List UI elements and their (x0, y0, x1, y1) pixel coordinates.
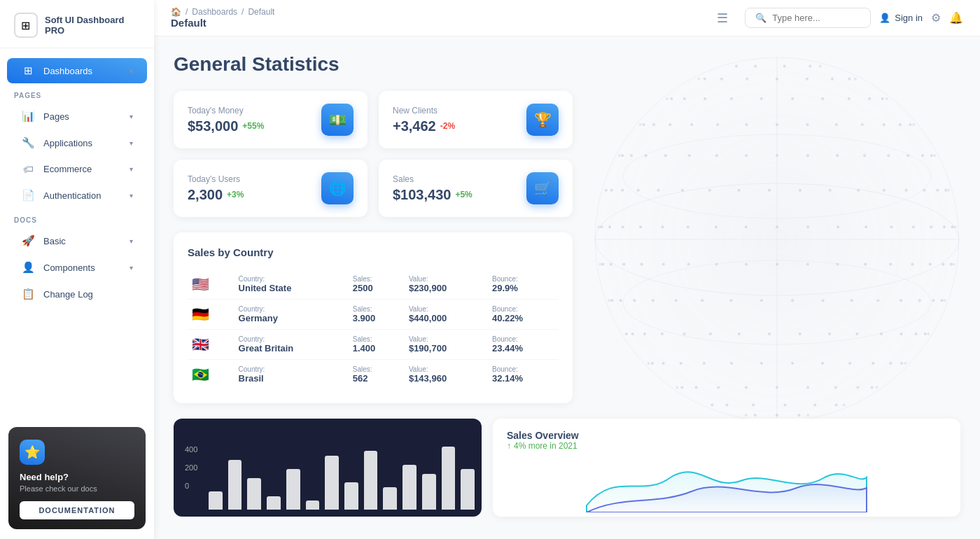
svg-point-335 (704, 78, 706, 80)
svg-point-268 (715, 154, 718, 157)
money-amount: $53,000 (188, 118, 238, 134)
svg-point-215 (905, 189, 908, 192)
svg-point-67 (760, 362, 763, 365)
svg-point-101 (880, 332, 883, 335)
svg-point-88 (631, 332, 634, 335)
country-col-label: Country: (239, 305, 344, 313)
svg-point-202 (776, 225, 778, 228)
svg-point-296 (690, 123, 693, 126)
value-col-label: Value: (409, 305, 484, 313)
svg-point-341 (806, 78, 808, 80)
stat-info-users: Today's Users 2,300 +3% (188, 174, 244, 203)
svg-point-43 (776, 386, 778, 388)
overview-subtitle-text: 4% more in 2021 (514, 441, 578, 451)
svg-point-159 (610, 263, 612, 266)
bell-icon[interactable]: 🔔 (949, 11, 963, 24)
svg-point-56 (730, 362, 733, 365)
svg-point-316 (670, 97, 673, 100)
svg-point-172 (929, 263, 932, 266)
svg-point-283 (835, 123, 838, 126)
svg-point-39 (680, 386, 683, 388)
svg-point-55 (760, 362, 763, 365)
svg-point-295 (668, 123, 671, 126)
svg-point-294 (652, 123, 655, 126)
search-input[interactable] (772, 13, 856, 23)
svg-point-201 (745, 225, 748, 228)
svg-point-298 (746, 123, 748, 126)
svg-point-140 (950, 263, 953, 266)
globe-decoration (574, 36, 980, 442)
search-box[interactable]: 🔍 (745, 8, 871, 28)
sidebar-item-label: Basic (43, 236, 121, 246)
documentation-button[interactable]: DOCUMENTATION (20, 501, 134, 519)
svg-point-217 (857, 189, 860, 192)
country-name: Brasil (239, 373, 264, 384)
svg-point-286 (746, 123, 748, 126)
svg-point-235 (708, 189, 711, 192)
svg-point-98 (799, 332, 802, 335)
svg-point-279 (909, 123, 911, 126)
svg-point-305 (909, 123, 911, 126)
sidebar-item-ecommerce[interactable]: 🏷 Ecommerce ▾ (7, 157, 147, 181)
svg-point-269 (745, 154, 748, 157)
pages-icon: 📊 (21, 110, 35, 122)
svg-point-315 (683, 97, 686, 100)
svg-point-243 (923, 189, 925, 192)
sidebar-item-dashboards[interactable]: ⊞ Dashboards ▾ (7, 58, 147, 83)
sidebar-item-basic[interactable]: 🚀 Basic ▾ (7, 228, 147, 253)
svg-point-306 (886, 97, 888, 100)
bar (228, 460, 242, 510)
bounce-cell: Bounce: 32.14% (488, 360, 559, 390)
svg-point-68 (791, 362, 794, 365)
svg-point-87 (643, 332, 646, 335)
wave-chart (507, 456, 946, 512)
svg-point-339 (746, 78, 748, 80)
country-col-label: Country: (239, 365, 344, 373)
svg-point-238 (799, 189, 802, 192)
svg-point-198 (662, 225, 664, 228)
svg-point-23 (726, 403, 729, 406)
svg-point-281 (883, 123, 886, 126)
sidebar-item-changelog[interactable]: 📋 Change Log (7, 281, 147, 307)
svg-point-63 (662, 362, 665, 365)
svg-point-249 (906, 154, 909, 157)
bounce-col-label: Bounce: (492, 365, 554, 373)
sidebar-item-pages[interactable]: 📊 Pages ▾ (7, 104, 147, 129)
svg-point-109 (899, 299, 902, 302)
svg-point-69 (821, 362, 824, 365)
svg-point-207 (912, 225, 915, 228)
bar (383, 487, 397, 510)
svg-point-61 (648, 362, 650, 365)
svg-point-200 (715, 225, 718, 228)
sidebar-item-label: Components (43, 262, 121, 273)
svg-point-336 (697, 78, 700, 80)
settings-icon[interactable]: ⚙ (931, 11, 941, 24)
hamburger-icon[interactable]: ☰ (717, 10, 728, 26)
svg-point-24 (752, 403, 755, 406)
flag-cell: 🇧🇷 (188, 360, 234, 390)
svg-point-66 (730, 362, 733, 365)
svg-point-254 (776, 154, 778, 157)
svg-point-310 (821, 97, 824, 100)
svg-point-242 (905, 189, 908, 192)
svg-point-223 (681, 189, 684, 192)
svg-point-22 (710, 403, 713, 406)
svg-point-54 (791, 362, 794, 365)
svg-point-284 (806, 123, 809, 126)
stats-row: Today's Money $53,000 +55% 💵 New Clients… (174, 91, 573, 217)
svg-point-169 (864, 263, 867, 266)
svg-point-264 (630, 154, 633, 157)
sidebar-item-applications[interactable]: 🔧 Applications ▾ (7, 130, 147, 155)
sidebar-item-authentication[interactable]: 📄 Authentication ▾ (7, 183, 147, 208)
stat-value-users: 2,300 +3% (188, 187, 244, 203)
svg-point-271 (806, 154, 809, 157)
svg-point-192 (601, 225, 603, 228)
svg-point-121 (611, 299, 614, 302)
svg-point-208 (930, 225, 932, 228)
svg-point-59 (662, 362, 665, 365)
country-flag: 🇧🇷 (192, 367, 209, 382)
svg-point-31 (834, 386, 837, 388)
sidebar-item-components[interactable]: 👤 Components ▾ (7, 255, 147, 280)
signin-button[interactable]: 👤 Sign in (879, 13, 923, 23)
users-amount: 2,300 (188, 187, 223, 203)
